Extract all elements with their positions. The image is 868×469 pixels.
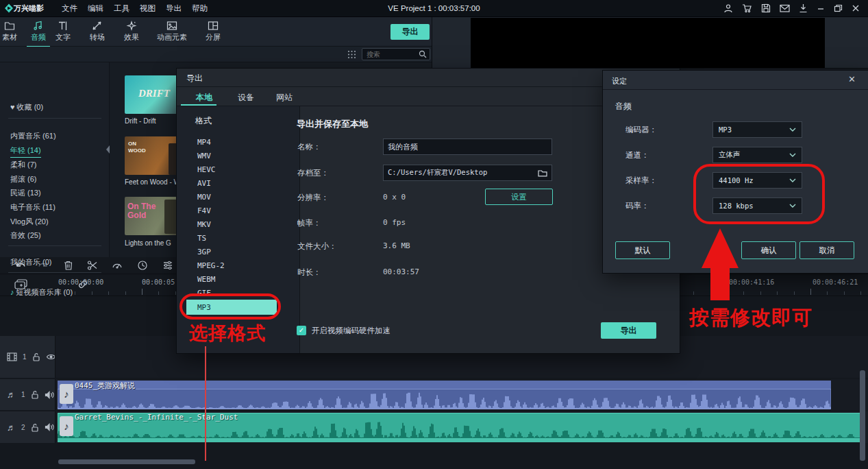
- sidebar-item-vlog[interactable]: Vlog风 (20): [10, 217, 49, 227]
- sidebar-item-soft[interactable]: 柔和 (7): [10, 160, 37, 170]
- export-section-title: 导出并保存至本地: [297, 118, 368, 130]
- sidebar-item-my-music[interactable]: 我的音乐 (0): [10, 257, 52, 267]
- folder-icon: [4, 21, 15, 31]
- lock-icon[interactable]: [31, 390, 39, 399]
- sidebar-item-label: 民谣 (13): [10, 189, 41, 197]
- sidebar-item-label: 内置音乐 (61): [10, 132, 56, 140]
- speaker-icon[interactable]: [45, 391, 54, 399]
- audio-clip-music[interactable]: ♪ Garret_Bevins_-_Infinite_-_Star_Dust: [58, 413, 860, 442]
- horizontal-scrollbar[interactable]: [58, 459, 195, 464]
- tab-website[interactable]: 网站: [276, 92, 293, 104]
- adjust-sliders-icon[interactable]: [162, 260, 173, 271]
- account-icon[interactable]: [723, 3, 733, 13]
- audio-clip-voiceover[interactable]: ♪ 0445_类游戏解说: [58, 381, 831, 409]
- format-item[interactable]: TS: [197, 234, 206, 243]
- speed-icon[interactable]: [112, 260, 123, 271]
- cancel-button[interactable]: 取消: [799, 241, 854, 259]
- divider: [8, 245, 101, 246]
- annotation-arrow-up-icon: [702, 228, 739, 268]
- sidebar-item-sfx[interactable]: 音效 (25): [10, 230, 41, 241]
- confirm-button[interactable]: 确认: [741, 241, 796, 259]
- menu-view[interactable]: 视图: [140, 3, 156, 14]
- hw-accel-checkbox[interactable]: ✓: [297, 326, 306, 335]
- tab-text[interactable]: 文字: [44, 21, 82, 43]
- sidebar-item-favorites[interactable]: ♥ 收藏 (0): [10, 102, 43, 112]
- tab-effects[interactable]: 效果: [112, 21, 151, 43]
- cart-icon[interactable]: [742, 3, 752, 13]
- format-item[interactable]: MP4: [197, 138, 211, 147]
- format-item[interactable]: AVI: [197, 179, 211, 188]
- folder-browse-icon[interactable]: [538, 169, 551, 177]
- format-item[interactable]: MOV: [197, 193, 211, 202]
- settings-title: 设定: [612, 76, 627, 86]
- format-item[interactable]: HEVC: [197, 165, 216, 174]
- dialog-export-button[interactable]: 导出: [601, 322, 656, 339]
- search-icon[interactable]: [419, 50, 430, 58]
- grid-view-icon[interactable]: [347, 50, 356, 59]
- path-input[interactable]: [384, 169, 538, 177]
- restore-icon[interactable]: [834, 4, 843, 12]
- format-item[interactable]: MKV: [197, 220, 211, 229]
- clip-title: 0445_类游戏解说: [75, 381, 135, 391]
- minimize-icon[interactable]: [817, 4, 825, 12]
- sidebar-item-young[interactable]: 年轻 (14): [10, 145, 41, 158]
- name-input[interactable]: [384, 143, 551, 151]
- close-icon[interactable]: [852, 4, 860, 12]
- sidebar-item-electronic[interactable]: 电子音乐 (11): [10, 202, 55, 213]
- speaker-icon[interactable]: [45, 423, 54, 431]
- format-item[interactable]: F4V: [197, 206, 211, 215]
- close-icon[interactable]: ✕: [848, 74, 856, 84]
- format-header: 格式: [195, 115, 212, 127]
- export-button[interactable]: 导出: [390, 24, 430, 40]
- tab-label: 分屏: [206, 32, 221, 43]
- channel-dropdown[interactable]: 立体声: [712, 147, 802, 163]
- menu-edit[interactable]: 编辑: [88, 3, 103, 14]
- sidebar-item-rock[interactable]: 摇滚 (6): [10, 174, 37, 184]
- sidebar-item-short-video-library[interactable]: ♪ 短视频音乐库 (0): [10, 287, 73, 298]
- track-index: 2: [21, 424, 25, 431]
- format-item[interactable]: WEBM: [197, 275, 216, 284]
- filesize-label: 文件大小：: [297, 241, 337, 252]
- media-toolbar: [0, 47, 432, 62]
- tab-splitscreen[interactable]: 分屏: [194, 21, 232, 43]
- duration-clock-icon[interactable]: [137, 260, 148, 271]
- resolution-value: 0 x 0: [383, 193, 406, 202]
- tab-label: 转场: [90, 32, 105, 43]
- video-preview[interactable]: [471, 18, 825, 68]
- search-box: [362, 48, 430, 60]
- tab-elements[interactable]: 动画元素: [146, 21, 198, 43]
- format-item[interactable]: 3GP: [197, 248, 211, 256]
- menu-export[interactable]: 导出: [166, 3, 182, 14]
- delete-icon[interactable]: [63, 260, 73, 271]
- resolution-settings-button[interactable]: 设置: [485, 189, 553, 205]
- audio-track2-header: ♬ 2: [0, 411, 55, 443]
- save-icon[interactable]: [761, 3, 771, 13]
- audio-track1-lane[interactable]: ♪ 0445_类游戏解说: [55, 379, 868, 410]
- split-scissors-icon[interactable]: [87, 260, 98, 271]
- lock-icon[interactable]: [31, 423, 39, 432]
- encoder-dropdown[interactable]: MP3: [712, 121, 802, 138]
- sidebar-item-builtin-music[interactable]: 内置音乐 (61): [10, 131, 56, 141]
- menu-file[interactable]: 文件: [62, 3, 77, 14]
- tab-transition[interactable]: 转场: [78, 21, 116, 43]
- tab-label: 文字: [55, 32, 71, 43]
- sidebar-item-folk[interactable]: 民谣 (13): [10, 188, 41, 198]
- tab-local[interactable]: 本地: [196, 92, 212, 104]
- audio-track2-lane[interactable]: ♪ Garret_Bevins_-_Infinite_-_Star_Dust: [55, 411, 868, 443]
- tab-device[interactable]: 设备: [238, 92, 254, 104]
- format-item[interactable]: WMV: [197, 152, 211, 160]
- vertical-scrollbar[interactable]: [860, 370, 865, 461]
- mail-icon[interactable]: [780, 4, 790, 12]
- format-item[interactable]: MPEG-2: [197, 261, 225, 270]
- app-logo-icon: [3, 3, 14, 14]
- menu-tools[interactable]: 工具: [114, 3, 129, 14]
- default-button[interactable]: 默认: [615, 241, 670, 259]
- download-icon[interactable]: [799, 3, 808, 13]
- sidebar-item-label: 收藏 (0): [17, 103, 44, 111]
- search-input[interactable]: [362, 51, 419, 58]
- collapse-panel-icon[interactable]: [106, 145, 110, 154]
- lock-icon[interactable]: [32, 352, 40, 361]
- sidebar-item-label: 音效 (25): [10, 231, 41, 239]
- duration-label: 时长：: [297, 267, 321, 278]
- menu-help[interactable]: 帮助: [192, 3, 208, 14]
